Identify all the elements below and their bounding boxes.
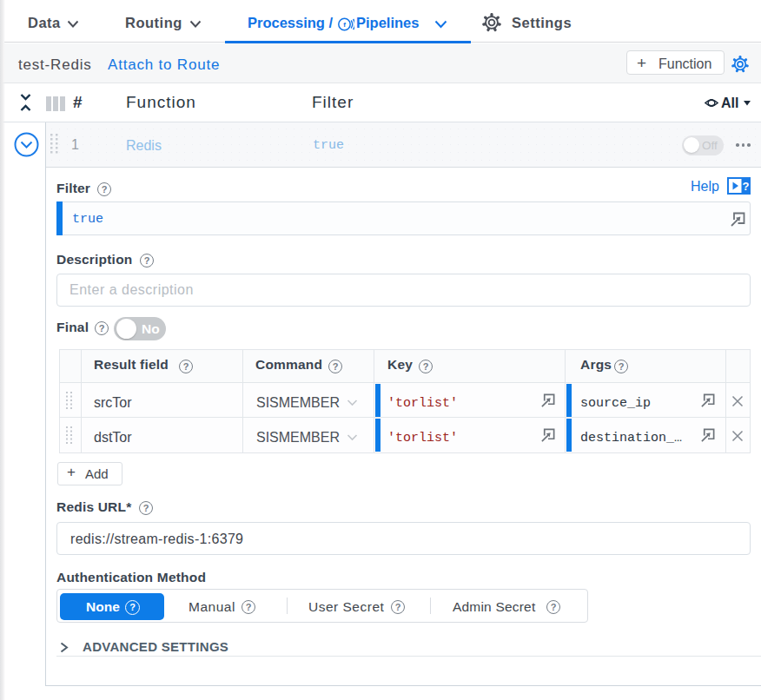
- svg-text:f: f: [343, 21, 346, 29]
- svg-text:?: ?: [743, 180, 750, 193]
